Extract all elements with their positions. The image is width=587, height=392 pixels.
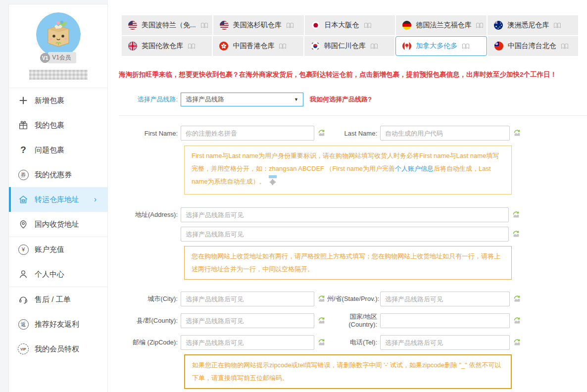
zip-tel-row: 邮编 (ZipCode): 电话(Tel): [108,335,587,350]
last-name-input[interactable] [380,126,510,141]
city-input[interactable] [181,292,314,306]
sidebar-item-label: 我的包裹 [35,121,64,130]
sidebar-menu-account: ¥ 账户充值 个人中心 [9,237,107,287]
county-country-row: 县/郡(County): 国家/地区 (Country): [108,313,587,329]
address-line2-input[interactable] [181,227,509,242]
sidebar-item-referral-rebate[interactable]: 返 推荐好友返利 [9,312,107,337]
sidebar-item-my-packages[interactable]: 我的包裹 [9,113,107,138]
product-line-help-link[interactable]: 我如何选择产品线路? [310,95,372,104]
tab-de-frankfurt[interactable]: 德国法兰克福仓库 [396,15,487,35]
sidebar-item-account-recharge[interactable]: ¥ 账户充值 [9,237,107,262]
sidebar-item-label: 新增包裹 [35,96,64,105]
address-book-icon[interactable] [188,43,196,49]
country-input[interactable] [380,313,510,328]
address-book-icon[interactable] [561,43,569,49]
headset-icon [17,294,29,305]
product-line-select[interactable]: 选择产品线路 ▼ [181,93,303,106]
tab-label: 美国洛杉矶仓库 [233,21,282,30]
sidebar: V1 V1会员 新增包裹 我的包裹 ? 问题包裹 [8,4,108,392]
ca-flag-icon [402,42,411,50]
tab-ca-toronto[interactable]: 加拿大多伦多 [395,36,487,56]
sidebar-menu-support: 售后 / 工单 返 推荐好友返利 VIP 我的会员特权 [9,287,107,361]
sidebar-item-personal-center[interactable]: 个人中心 [9,262,107,287]
address-book-icon[interactable] [200,22,208,29]
tab-tw-taipei[interactable]: 中国台湾台北仓 [488,36,578,56]
tab-au-sydney[interactable]: 澳洲悉尼仓库 [488,15,578,35]
sidebar-item-member-privileges[interactable]: VIP 我的会员特权 [9,337,107,361]
state-input[interactable] [380,292,510,306]
tel-input[interactable] [380,335,510,350]
copy-icon[interactable] [317,316,326,325]
tab-label: 澳洲悉尼仓库 [507,21,549,30]
city-label: 城市(City): [108,294,181,303]
plus-icon [17,95,29,106]
zipcode-input[interactable] [181,335,314,350]
sidebar-item-warehouse-address[interactable]: 转运仓库地址 › [9,187,107,212]
tab-label: 中国台湾台北仓 [508,42,556,50]
sidebar-item-my-coupons[interactable]: 券 我的优惠券 [9,162,107,187]
sidebar-item-aftersale-ticket[interactable]: 售后 / 工单 [9,287,107,312]
copy-icon[interactable] [513,294,522,303]
uk-flag-icon [128,42,137,50]
state-label: 州/省(State/Prov.): [327,294,380,303]
sidebar-menu: 新增包裹 我的包裹 ? 问题包裹 券 我的优惠券 [9,88,107,237]
account-info-link[interactable]: 个人账户信息 [395,165,434,172]
sidebar-item-label: 账户充值 [35,245,64,254]
address-book-icon[interactable] [370,43,378,49]
avatar[interactable] [36,12,81,57]
sidebar-item-label: 我的会员特权 [35,344,79,354]
product-line-row: 选择产品线路: 选择产品线路 ▼ 我如何选择产品线路? [108,93,587,106]
tab-us-portland[interactable]: 美国波特兰（免... [122,15,212,35]
copy-icon[interactable] [512,210,521,219]
address-book-icon[interactable] [476,22,484,29]
product-line-label: 选择产品线路: [108,95,181,104]
sidebar-item-problem-packages[interactable]: ? 问题包裹 [9,138,107,162]
yen-icon: ¥ [17,244,29,255]
de-flag-icon [402,21,411,30]
copy-icon[interactable] [317,129,326,138]
last-name-label: Last Name: [327,130,380,137]
tab-us-la[interactable]: 美国洛杉矶仓库 [213,15,304,35]
county-label: 县/郡(County): [108,316,181,325]
copy-icon[interactable] [512,230,521,239]
address-book-icon[interactable] [286,22,294,29]
copy-icon[interactable] [317,338,326,347]
tw-flag-icon [494,42,503,50]
sidebar-item-label: 转运仓库地址 [35,195,79,204]
address-book-icon[interactable] [553,22,561,29]
tab-uk-london[interactable]: 英国伦敦仓库 [122,36,212,56]
name-row: First Name: Last Name: [108,126,587,141]
vip-label: V1会员 [48,52,76,63]
first-name-label: First Name: [108,130,181,137]
address-row-2 [108,227,587,242]
broken-image-icon [268,177,277,191]
jp-flag-icon [311,21,320,30]
sidebar-item-add-package[interactable]: 新增包裹 [9,88,107,113]
hk-flag-icon [219,42,228,50]
address-book-icon[interactable] [462,43,470,49]
sidebar-item-domestic-address[interactable]: 国内收货地址 [9,212,107,237]
question-icon: ? [17,144,29,156]
tab-kr-incheon[interactable]: 韩国仁川仓库 [304,36,394,56]
vip-icon: VIP [17,343,29,355]
sidebar-item-label: 问题包裹 [35,146,64,155]
package-icon [17,119,29,131]
warehouse-tabs: 美国波特兰（免... 美国洛杉矶仓库 日本大阪仓 德国法兰克福仓库 澳洲悉尼仓库 [122,15,578,56]
product-line-selected: 选择产品线路 [186,95,224,104]
county-input[interactable] [181,313,314,328]
vip-badge: V1 [40,53,50,63]
tab-hk[interactable]: 中国香港仓库 [213,36,303,56]
zipcode-note-box: 如果您正在购物的网站提示zipcode或tel填写错误，请删除数字中间 '-' … [184,354,512,389]
tab-row-1: 美国波特兰（免... 美国洛杉矶仓库 日本大阪仓 德国法兰克福仓库 澳洲悉尼仓库 [122,15,578,35]
address-book-icon[interactable] [279,43,287,49]
us-flag-icon [220,21,229,30]
address-line1-input[interactable] [181,207,509,222]
first-name-input[interactable] [181,126,314,141]
copy-icon[interactable] [513,129,522,138]
copy-icon[interactable] [513,338,522,347]
tab-jp-osaka[interactable]: 日本大阪仓 [305,15,395,35]
address-book-icon[interactable] [364,22,372,29]
chevron-right-icon: › [94,195,97,204]
copy-icon[interactable] [317,294,326,303]
copy-icon[interactable] [513,316,522,325]
